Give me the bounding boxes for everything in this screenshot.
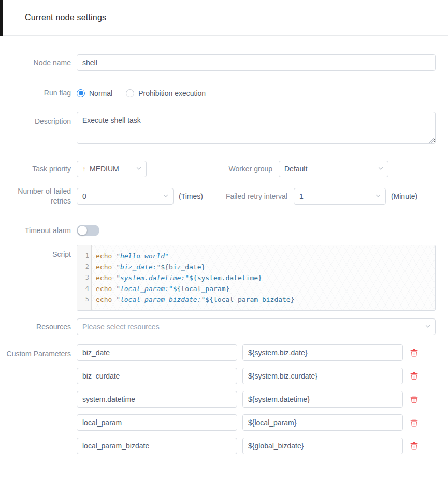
- code-line: echo "local_param:"${local_param}: [96, 283, 435, 294]
- failed-retries-label: Number of failed retries: [6, 186, 71, 206]
- code-keyword: echo: [96, 252, 116, 260]
- panel-title: Current node settings: [25, 13, 106, 22]
- code-keyword: echo: [96, 263, 116, 271]
- delete-param-trash-icon[interactable]: [410, 395, 419, 404]
- worker-group-label: Worker group: [147, 165, 272, 173]
- code-variable: ${biz_date}: [161, 263, 205, 271]
- failed-retries-unit: (Times): [179, 192, 203, 200]
- param-value-input[interactable]: [242, 344, 403, 361]
- line-number: 5: [77, 294, 89, 305]
- code-string: "system.datetime:": [116, 274, 189, 282]
- editor-line-number-gutter: 1 2 3 4 5: [77, 245, 92, 310]
- param-value-input[interactable]: [242, 391, 403, 408]
- param-row: [77, 438, 436, 454]
- script-label: Script: [6, 245, 71, 259]
- param-value-input[interactable]: [242, 368, 403, 384]
- form-row-run-flag: Run flag Normal Prohibition execution: [6, 88, 436, 98]
- line-number: 1: [77, 251, 89, 262]
- chevron-down-icon: [136, 165, 142, 173]
- line-number: 4: [77, 283, 89, 294]
- panel-header: Current node settings: [0, 0, 448, 36]
- resources-placeholder: Please select resources: [82, 323, 422, 331]
- code-string: "local_param_bizdate:": [116, 296, 205, 303]
- form-row-timeout: Timeout alarm: [6, 225, 436, 236]
- form-row-script: Script 1 2 3 4 5 echo "hello world" echo…: [6, 245, 436, 311]
- retry-interval-value: 1: [299, 192, 372, 200]
- chevron-down-icon: [378, 165, 384, 173]
- run-flag-normal-label: Normal: [89, 89, 112, 97]
- radio-unselected-icon: [126, 89, 134, 97]
- failed-retries-value: 0: [82, 192, 160, 200]
- delete-param-trash-icon[interactable]: [410, 418, 419, 427]
- task-priority-value: MEDIUM: [90, 165, 133, 173]
- param-key-input[interactable]: [77, 368, 237, 384]
- chevron-down-icon: [163, 192, 169, 200]
- node-name-label: Node name: [6, 58, 71, 68]
- code-variable: ${local_param}: [173, 285, 230, 293]
- editor-code-area: echo "hello world" echo "biz_date:"${biz…: [92, 245, 435, 310]
- code-line: echo "system.datetime:"${system.datetime…: [96, 272, 435, 283]
- chevron-down-icon: [425, 323, 431, 331]
- timeout-alarm-label: Timeout alarm: [6, 226, 71, 236]
- chevron-down-icon: [375, 192, 381, 200]
- retry-interval-label: Failed retry interval: [203, 192, 287, 200]
- panel-accent-bar: [0, 0, 3, 36]
- run-flag-radio-normal[interactable]: Normal: [77, 89, 112, 97]
- failed-retries-select[interactable]: 0: [77, 188, 174, 205]
- code-string: "hello world": [116, 252, 169, 260]
- param-row: [77, 391, 436, 408]
- param-key-input[interactable]: [77, 438, 237, 454]
- code-keyword: echo: [96, 296, 116, 303]
- form-row-custom-params: Custom Parameters: [6, 344, 436, 461]
- param-key-input[interactable]: [77, 344, 237, 361]
- custom-params-label: Custom Parameters: [6, 344, 71, 359]
- worker-group-value: Default: [284, 165, 374, 173]
- priority-up-arrow-icon: ↑: [82, 165, 86, 173]
- run-flag-prohibition-label: Prohibition execution: [138, 89, 206, 97]
- form-row-node-name: Node name: [6, 54, 436, 71]
- task-priority-label: Task priority: [6, 164, 71, 174]
- node-settings-form: Node name Run flag Normal Prohibition ex…: [0, 54, 448, 461]
- resources-label: Resources: [6, 322, 71, 332]
- script-code-editor[interactable]: 1 2 3 4 5 echo "hello world" echo "biz_d…: [77, 245, 436, 311]
- retry-interval-select[interactable]: 1: [294, 188, 386, 205]
- param-row: [77, 368, 436, 384]
- delete-param-trash-icon[interactable]: [410, 371, 419, 381]
- run-flag-label: Run flag: [6, 88, 71, 98]
- param-key-input[interactable]: [77, 391, 237, 408]
- code-variable: ${system.datetime}: [189, 274, 262, 282]
- retry-interval-unit: (Minute): [391, 192, 417, 200]
- task-priority-select[interactable]: ↑ MEDIUM: [77, 161, 147, 177]
- code-string: "local_param:": [116, 285, 173, 293]
- param-row: [77, 344, 436, 361]
- code-keyword: echo: [96, 285, 116, 293]
- worker-group-select[interactable]: Default: [279, 161, 388, 177]
- toggle-knob-icon: [78, 226, 87, 235]
- timeout-alarm-toggle[interactable]: [77, 225, 99, 236]
- param-value-input[interactable]: [242, 414, 403, 431]
- form-row-priority-worker: Task priority ↑ MEDIUM Worker group Defa…: [6, 161, 436, 177]
- line-number: 3: [77, 272, 89, 283]
- delete-param-trash-icon[interactable]: [410, 441, 419, 451]
- description-label: Description: [6, 112, 71, 126]
- form-row-resources: Resources Please select resources: [6, 318, 436, 335]
- node-name-input[interactable]: [77, 54, 436, 71]
- form-row-description: Description Execute shell task: [6, 112, 436, 146]
- param-row: [77, 414, 436, 431]
- code-line: echo "biz_date:"${biz_date}: [96, 262, 435, 272]
- code-variable: ${local_param_bizdate}: [205, 296, 294, 303]
- code-string: "biz_date:": [116, 263, 161, 271]
- line-number: 2: [77, 262, 89, 272]
- run-flag-radio-prohibition[interactable]: Prohibition execution: [126, 89, 206, 97]
- param-value-input[interactable]: [242, 438, 403, 454]
- code-line: echo "local_param_bizdate:"${local_param…: [96, 294, 435, 305]
- radio-selected-icon: [77, 89, 85, 97]
- resources-select[interactable]: Please select resources: [77, 318, 436, 335]
- param-key-input[interactable]: [77, 414, 237, 431]
- delete-param-trash-icon[interactable]: [410, 348, 419, 357]
- form-row-retries: Number of failed retries 0 (Times) Faile…: [6, 186, 436, 206]
- code-line: echo "hello world": [96, 251, 435, 262]
- code-keyword: echo: [96, 274, 116, 282]
- description-textarea[interactable]: Execute shell task: [77, 112, 436, 144]
